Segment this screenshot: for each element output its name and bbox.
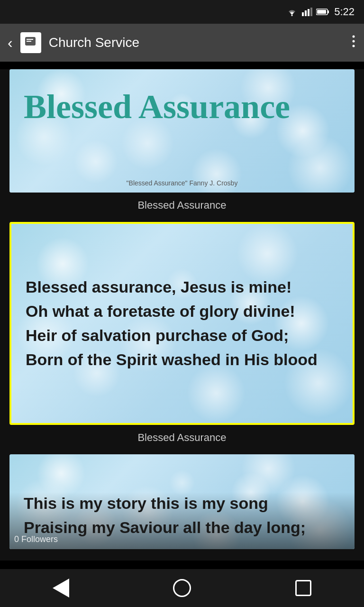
slide-image-1: Blessed Assurance "Blessed Assurance" Fa… — [9, 69, 355, 193]
svg-rect-3 — [308, 9, 309, 16]
slide-main-title: Blessed Assurance — [24, 88, 290, 126]
recents-nav-icon — [295, 580, 311, 596]
slide-lyrics-text: Blessed assurance, Jesus is mine!Oh what… — [26, 275, 318, 372]
slide-lyrics-area: Blessed assurance, Jesus is mine!Oh what… — [11, 224, 353, 423]
app-title: Church Service — [49, 35, 343, 50]
slide-image-3: This is my story this is my songPraising… — [9, 454, 355, 549]
back-nav-button[interactable] — [42, 574, 80, 602]
chat-icon — [20, 32, 41, 53]
slide-card-1[interactable]: Blessed Assurance "Blessed Assurance" Fa… — [9, 69, 355, 193]
followers-overlay: 0 Followers — [14, 534, 58, 544]
nav-bar — [0, 569, 364, 607]
slide-story-area: This is my story this is my songPraising… — [9, 454, 355, 549]
slide-card-3[interactable]: This is my story this is my songPraising… — [9, 454, 355, 549]
slide-label-1: Blessed Assurance — [0, 194, 364, 214]
slide-title-area: Blessed Assurance — [9, 69, 355, 193]
slide-attribution: "Blessed Assurance" Fanny J. Crosby — [9, 179, 355, 187]
slide-label-2: Blessed Assurance — [0, 427, 364, 447]
home-nav-button[interactable] — [163, 574, 201, 602]
slide-card-2[interactable]: Blessed assurance, Jesus is mine!Oh what… — [9, 222, 355, 425]
svg-rect-7 — [317, 10, 326, 14]
slide-image-2: Blessed assurance, Jesus is mine!Oh what… — [9, 222, 355, 425]
svg-point-11 — [353, 35, 355, 37]
svg-rect-4 — [310, 8, 312, 16]
status-time: 5:22 — [334, 6, 355, 18]
svg-rect-9 — [27, 39, 33, 40]
main-content: Blessed Assurance "Blessed Assurance" Fa… — [0, 69, 364, 561]
svg-rect-1 — [302, 12, 304, 16]
back-button[interactable]: ‹ — [8, 34, 13, 52]
battery-icon — [316, 8, 329, 16]
more-button[interactable] — [351, 35, 356, 51]
home-nav-icon — [173, 579, 191, 597]
wifi-icon — [286, 7, 298, 17]
svg-rect-2 — [305, 10, 307, 16]
app-bar: ‹ Church Service — [0, 24, 364, 62]
status-icons — [286, 7, 329, 17]
svg-rect-10 — [27, 41, 31, 42]
signal-icon — [302, 8, 312, 16]
status-bar: 5:22 — [0, 0, 364, 24]
svg-rect-6 — [328, 10, 329, 13]
back-nav-icon — [53, 579, 69, 598]
svg-point-0 — [291, 15, 293, 16]
recents-nav-button[interactable] — [284, 574, 322, 602]
slide-story-text: This is my story this is my songPraising… — [24, 491, 306, 540]
svg-point-12 — [353, 40, 355, 42]
svg-point-13 — [353, 45, 355, 47]
